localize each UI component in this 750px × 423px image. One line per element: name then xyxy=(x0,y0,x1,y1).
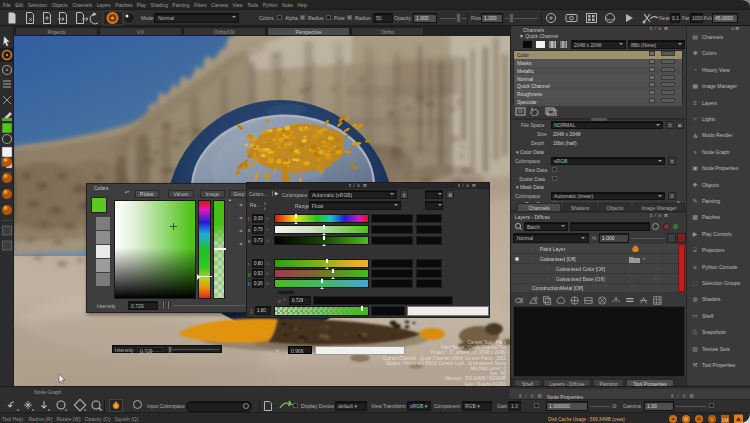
svg-text:1M: 1M xyxy=(722,417,729,423)
svg-text:✦: ✦ xyxy=(671,416,675,422)
